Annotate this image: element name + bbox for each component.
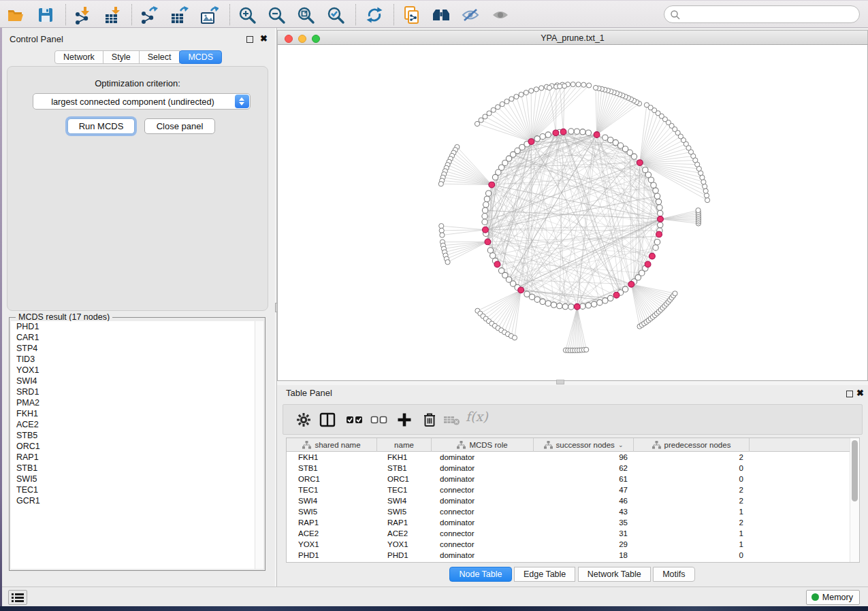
table-cell: 1: [634, 539, 750, 550]
mcds-result-item[interactable]: PHD1: [11, 321, 256, 332]
mcds-result-item[interactable]: PMA2: [11, 397, 256, 408]
memory-status-icon: [811, 593, 819, 601]
table-row[interactable]: PHD1PHD1dominator180: [287, 550, 850, 561]
tab-network[interactable]: Network: [54, 50, 103, 64]
table-row[interactable]: FKH1FKH1dominator962: [287, 452, 850, 463]
zoom-fit-icon[interactable]: [295, 5, 316, 25]
mcds-result-item[interactable]: GCR1: [11, 495, 256, 506]
table-cell: connector: [432, 528, 534, 539]
table-row[interactable]: YOX1YOX1connector291: [287, 539, 850, 550]
tab-mcds[interactable]: MCDS: [179, 50, 222, 64]
zoom-selected-icon[interactable]: [325, 5, 346, 25]
column-header-name[interactable]: name: [377, 438, 432, 452]
column-header-MCDS-role[interactable]: MCDS role: [432, 438, 534, 452]
show-panels-menu-button[interactable]: [8, 590, 27, 605]
network-graph[interactable]: [278, 45, 867, 380]
float-table-panel-icon[interactable]: [846, 391, 853, 397]
column-header-successor-nodes[interactable]: successor nodes⌄: [534, 438, 634, 452]
table-row[interactable]: TEC1TEC1connector472: [287, 484, 850, 495]
mcds-result-item[interactable]: STB5: [11, 430, 256, 441]
splitter-grip[interactable]: [556, 380, 564, 384]
deselect-all-icon[interactable]: [369, 410, 389, 431]
import-table-icon[interactable]: [102, 5, 123, 25]
search-input[interactable]: [684, 7, 854, 21]
mcds-result-item[interactable]: TID3: [11, 354, 256, 365]
table-cell: 2: [634, 484, 750, 495]
column-header-predecessor-nodes[interactable]: predecessor nodes: [634, 438, 750, 452]
mcds-result-item[interactable]: STP4: [11, 343, 256, 354]
tab-motifs[interactable]: Motifs: [653, 567, 694, 582]
export-table-icon[interactable]: [169, 5, 189, 25]
table-row[interactable]: SWI4SWI4dominator462: [287, 495, 850, 506]
mcds-result-item[interactable]: TEC1: [11, 484, 256, 495]
tab-node-table[interactable]: Node Table: [449, 567, 511, 582]
hide-selected-icon[interactable]: [460, 5, 481, 25]
toolbar-separator: [355, 4, 356, 25]
show-columns-icon[interactable]: [317, 410, 338, 431]
control-panel-title: Control Panel: [10, 34, 63, 44]
tab-network-table[interactable]: Network Table: [578, 567, 651, 582]
apply-layout-icon[interactable]: [364, 5, 385, 25]
table-settings-gear-icon[interactable]: [293, 410, 314, 431]
column-header-shared-name[interactable]: shared name: [287, 438, 377, 452]
delete-column-trash-icon[interactable]: [419, 410, 440, 431]
close-panel-icon[interactable]: ✖: [260, 33, 268, 44]
mcds-result-item[interactable]: SWI5: [11, 474, 256, 484]
export-network-icon[interactable]: [139, 5, 159, 25]
select-all-icon[interactable]: [344, 410, 365, 431]
mcds-options-box: Optimization criterion: largest connecte…: [7, 66, 268, 311]
table-cell: 29: [534, 539, 634, 550]
table-cell: STB1: [377, 463, 432, 474]
table-cell: 31: [534, 528, 634, 539]
table-cell: FKH1: [377, 452, 432, 463]
table-row[interactable]: ORC1ORC1dominator610: [287, 474, 850, 484]
mcds-result-item[interactable]: SWI4: [11, 376, 256, 386]
table-cell: dominator: [432, 474, 534, 484]
table-panel-title: Table Panel: [286, 388, 332, 398]
table-row[interactable]: SWI5SWI5connector431: [287, 506, 850, 517]
table-body[interactable]: FKH1FKH1dominator962STB1STB1dominator620…: [287, 452, 850, 562]
table-cell: YOX1: [287, 539, 377, 550]
mcds-result-item[interactable]: CAR1: [11, 332, 256, 343]
mcds-list-scrollbar[interactable]: [255, 321, 263, 569]
delete-table-icon[interactable]: [442, 410, 462, 431]
run-mcds-button[interactable]: Run MCDS: [67, 118, 135, 134]
first-neighbors-icon[interactable]: [431, 5, 451, 25]
table-scrollbar-thumb[interactable]: [852, 440, 858, 501]
float-panel-icon[interactable]: [246, 36, 253, 43]
tab-select[interactable]: Select: [139, 50, 180, 64]
mcds-result-item[interactable]: RAP1: [11, 452, 256, 463]
mcds-result-item[interactable]: FKH1: [11, 408, 256, 419]
function-builder-icon[interactable]: f(x): [466, 409, 488, 424]
criterion-dropdown[interactable]: largest connected component (undirected): [33, 93, 251, 110]
memory-button[interactable]: Memory: [806, 590, 860, 605]
export-image-icon[interactable]: [199, 5, 219, 25]
new-network-from-selection-icon[interactable]: [402, 5, 422, 25]
open-session-icon[interactable]: [5, 5, 26, 25]
network-canvas[interactable]: [277, 45, 868, 381]
zoom-in-icon[interactable]: [237, 5, 257, 25]
mcds-result-item[interactable]: ACE2: [11, 419, 256, 430]
table-row[interactable]: RAP1RAP1dominator352: [287, 517, 850, 528]
zoom-out-icon[interactable]: [266, 5, 287, 25]
table-toolbar: f(x): [283, 404, 863, 435]
save-session-icon[interactable]: [35, 5, 56, 25]
mcds-result-list[interactable]: PHD1CAR1STP4TID3YOX1SWI4SRD1PMA2FKH1ACE2…: [11, 321, 256, 569]
table-row[interactable]: ACE2ACE2connector311: [287, 528, 850, 539]
table-scrollbar[interactable]: [850, 438, 859, 562]
table-row[interactable]: STB1STB1dominator620: [287, 463, 850, 474]
tab-style[interactable]: Style: [103, 50, 140, 64]
mcds-result-item[interactable]: STB1: [11, 463, 256, 474]
close-table-panel-icon[interactable]: ✖: [856, 388, 864, 399]
mcds-result-item[interactable]: SRD1: [11, 386, 256, 397]
close-panel-button[interactable]: Close panel: [144, 118, 215, 134]
network-window-titlebar[interactable]: YPA_prune.txt_1: [277, 30, 868, 45]
show-all-icon[interactable]: [490, 5, 511, 25]
search-box[interactable]: [664, 5, 860, 23]
mcds-result-item[interactable]: ORC1: [11, 441, 256, 452]
table-header-row: shared namenameMCDS rolesuccessor nodes⌄…: [287, 438, 850, 452]
import-network-icon[interactable]: [72, 5, 93, 25]
add-column-icon[interactable]: [394, 410, 415, 431]
tab-edge-table[interactable]: Edge Table: [514, 567, 575, 582]
mcds-result-item[interactable]: YOX1: [11, 365, 256, 376]
